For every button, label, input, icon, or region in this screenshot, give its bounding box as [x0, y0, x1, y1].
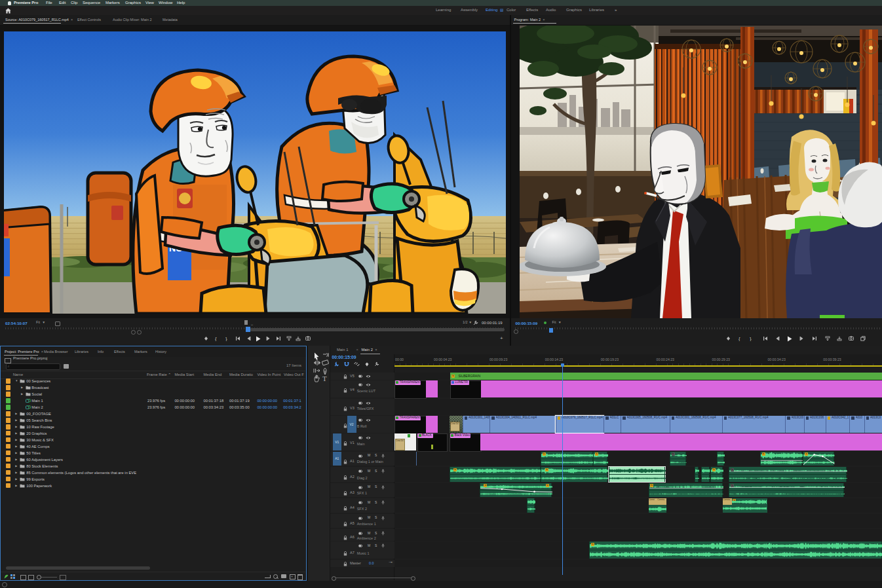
svg-text:{: { [738, 336, 740, 341]
svg-text:{: { [215, 336, 217, 341]
svg-text:}: } [750, 336, 752, 341]
svg-text:T: T [322, 375, 327, 382]
svg-text:}: } [225, 336, 227, 341]
